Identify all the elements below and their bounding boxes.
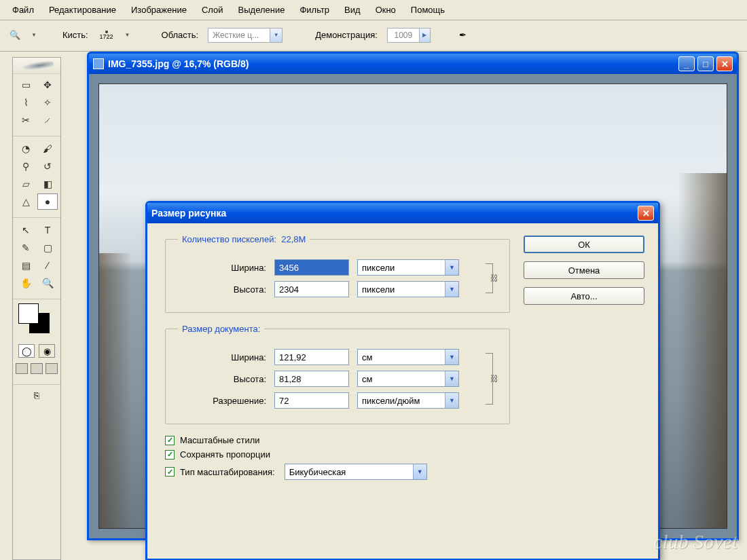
demo-value[interactable] bbox=[388, 29, 419, 41]
eraser-tool-icon[interactable]: ▱ bbox=[16, 176, 36, 192]
pixel-dimensions-group: Количество пискселей: 22,8M Ширина: пикс… bbox=[165, 234, 510, 313]
close-button[interactable]: ✕ bbox=[716, 56, 733, 71]
gradient-tool-icon[interactable]: ◧ bbox=[37, 176, 58, 192]
pixel-height-field[interactable] bbox=[274, 281, 349, 297]
pixel-width-field[interactable] bbox=[274, 259, 349, 276]
hand-tool-icon[interactable]: ✋ bbox=[16, 275, 36, 291]
type-tool-icon[interactable]: T bbox=[37, 222, 58, 238]
brush-tool-icon[interactable]: 🖌 bbox=[37, 141, 58, 157]
auto-button[interactable]: Авто... bbox=[524, 287, 644, 305]
toolbox-header bbox=[13, 58, 60, 74]
brush-dropdown-arrow[interactable]: ▼ bbox=[125, 32, 130, 38]
foreground-color[interactable] bbox=[18, 303, 39, 324]
history-brush-icon[interactable]: ↺ bbox=[37, 158, 58, 174]
menu-layer[interactable]: Слой bbox=[195, 3, 230, 17]
doc-height-unit[interactable]: см▼ bbox=[357, 371, 459, 387]
image-title: IMG_7355.jpg @ 16,7% (RGB/8) bbox=[108, 58, 678, 69]
demo-label: Демонстрация: bbox=[315, 30, 378, 40]
menu-image[interactable]: Изображение bbox=[124, 3, 194, 17]
minimize-button[interactable]: _ bbox=[678, 56, 695, 71]
maximize-button[interactable]: □ bbox=[697, 56, 714, 71]
resolution-unit[interactable]: пиксели/дюйм▼ bbox=[357, 392, 459, 409]
menu-window[interactable]: Окно bbox=[369, 3, 403, 17]
area-dropdown[interactable]: ▼ bbox=[208, 28, 283, 43]
scale-styles-label: Масштабные стили bbox=[180, 435, 260, 445]
area-value[interactable] bbox=[208, 29, 270, 41]
zoom-tool-icon-tb[interactable]: 🔍 bbox=[37, 275, 58, 291]
options-bar: 🔍 ▼ Кисть: 1722 ▼ Область: ▼ Демонстраци… bbox=[0, 20, 747, 52]
color-swatches[interactable] bbox=[16, 303, 58, 339]
notes-tool-icon[interactable]: ▤ bbox=[16, 257, 36, 274]
shape-tool-icon[interactable]: ▢ bbox=[37, 240, 58, 256]
doc-width-field[interactable] bbox=[274, 349, 349, 365]
wand-tool-icon[interactable]: ✧ bbox=[37, 94, 58, 111]
screen-standard-icon[interactable] bbox=[16, 363, 28, 374]
chevron-down-icon[interactable]: ▼ bbox=[445, 260, 458, 275]
constrain-link-icon: ⛓ bbox=[484, 254, 497, 303]
resolution-field[interactable] bbox=[274, 392, 349, 409]
chevron-down-icon[interactable]: ▼ bbox=[270, 29, 282, 42]
pixel-dimensions-label: Количество пискселей: bbox=[182, 234, 276, 244]
work-area: ▭ ✥ ⌇ ✧ ✂ ⟋ ◔ 🖌 ⚲ ↺ ▱ ◧ △ ● ↖ T ✎ ▢ ▤ ⁄ … bbox=[0, 52, 747, 560]
document-size-group: Размер документа: Ширина: см▼ Высота: bbox=[165, 324, 510, 424]
chevron-down-icon[interactable]: ▼ bbox=[445, 393, 458, 408]
path-select-icon[interactable]: ↖ bbox=[16, 222, 36, 238]
eyedropper-tool-icon[interactable]: ⁄ bbox=[37, 257, 58, 274]
heal-tool-icon[interactable]: ◔ bbox=[16, 141, 36, 157]
doc-width-label: Ширина: bbox=[178, 352, 266, 362]
stamp-tool-icon[interactable]: ⚲ bbox=[16, 158, 36, 174]
image-titlebar[interactable]: IMG_7355.jpg @ 16,7% (RGB/8) _ □ ✕ bbox=[89, 54, 737, 74]
marquee-tool-icon[interactable]: ▭ bbox=[16, 77, 36, 93]
menu-help[interactable]: Помощь bbox=[404, 3, 452, 17]
screen-full-icon[interactable] bbox=[45, 363, 58, 374]
play-icon[interactable]: ▶ bbox=[419, 29, 430, 42]
menu-view[interactable]: Вид bbox=[338, 3, 367, 17]
screen-full-menu-icon[interactable] bbox=[31, 363, 43, 374]
pixel-width-unit[interactable]: пиксели▼ bbox=[357, 259, 459, 276]
chevron-down-icon[interactable]: ▼ bbox=[445, 282, 458, 297]
doc-width-unit[interactable]: см▼ bbox=[357, 349, 459, 365]
canvas-decoration bbox=[99, 253, 132, 528]
slice-tool-icon[interactable]: ⟋ bbox=[37, 112, 58, 128]
chevron-down-icon[interactable]: ▼ bbox=[445, 350, 458, 365]
blur-tool-icon[interactable]: △ bbox=[16, 193, 36, 210]
standard-mode-icon[interactable]: ◯ bbox=[18, 344, 35, 358]
quickmask-mode-icon[interactable]: ◉ bbox=[39, 344, 55, 358]
dialog-close-button[interactable]: ✕ bbox=[638, 206, 654, 221]
doc-height-label: Высота: bbox=[178, 374, 266, 384]
zoom-tool-icon[interactable]: 🔍 bbox=[8, 29, 22, 42]
dialog-titlebar[interactable]: Размер рисунка ✕ bbox=[147, 203, 658, 223]
menu-file[interactable]: Файл bbox=[5, 3, 41, 17]
resolution-label: Разрешение: bbox=[178, 396, 266, 406]
canvas-decoration bbox=[678, 173, 727, 528]
dodge-tool-icon[interactable]: ● bbox=[37, 193, 58, 210]
chevron-down-icon[interactable]: ▼ bbox=[413, 464, 426, 479]
menu-edit[interactable]: Редактирование bbox=[42, 3, 123, 17]
crop-tool-icon[interactable]: ✂ bbox=[16, 112, 36, 128]
resample-checkbox[interactable]: ✓ bbox=[165, 467, 175, 477]
constrain-proportions-checkbox[interactable]: ✓ bbox=[165, 450, 175, 460]
brush-preview[interactable]: 1722 bbox=[98, 26, 115, 44]
menu-filter[interactable]: Фильтр bbox=[293, 3, 336, 17]
pixel-height-unit[interactable]: пиксели▼ bbox=[357, 281, 459, 297]
tool-preset-dropdown[interactable]: ▼ bbox=[31, 32, 37, 38]
area-label: Область: bbox=[162, 30, 199, 40]
image-size-dialog: Размер рисунка ✕ Количество пискселей: 2… bbox=[145, 201, 660, 560]
menu-select[interactable]: Выделение bbox=[232, 3, 292, 17]
chevron-down-icon[interactable]: ▼ bbox=[445, 371, 458, 386]
ok-button[interactable]: ОК bbox=[524, 236, 644, 253]
doc-height-field[interactable] bbox=[274, 371, 349, 387]
cancel-button[interactable]: Отмена bbox=[524, 261, 644, 279]
airbrush-icon[interactable]: ✒ bbox=[456, 29, 470, 42]
height-label: Высота: bbox=[178, 284, 266, 295]
lasso-tool-icon[interactable]: ⌇ bbox=[16, 94, 36, 111]
feather-icon bbox=[19, 58, 54, 73]
move-tool-icon[interactable]: ✥ bbox=[37, 77, 58, 93]
pen-tool-icon[interactable]: ✎ bbox=[16, 240, 36, 256]
scale-styles-checkbox[interactable]: ✓ bbox=[165, 436, 175, 445]
jump-to-icon[interactable]: ⎘ bbox=[13, 386, 60, 405]
resample-method-dropdown[interactable]: Бикубическая▼ bbox=[285, 464, 427, 480]
demo-field[interactable]: ▶ bbox=[387, 28, 431, 43]
menu-bar: Файл Редактирование Изображение Слой Выд… bbox=[0, 0, 747, 20]
width-label: Ширина: bbox=[178, 263, 266, 273]
